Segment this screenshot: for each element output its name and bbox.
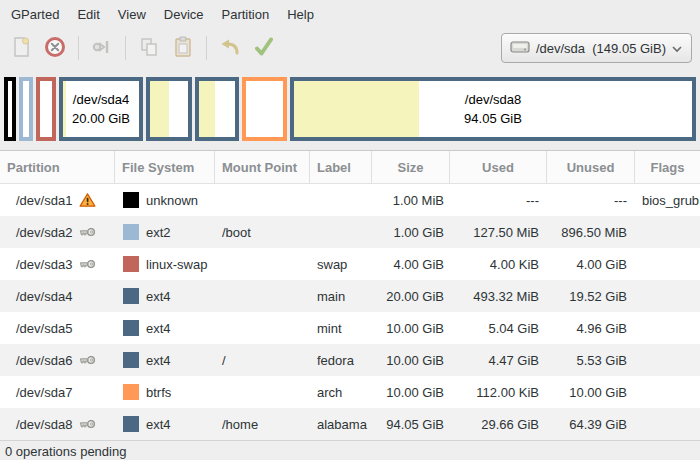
- table-row-sda5[interactable]: /dev/sda5 ext4 mint 10.00 GiB 5.04 GiB 4…: [0, 312, 700, 344]
- used-space-fill: [199, 81, 215, 137]
- delete-partition-icon: [43, 35, 67, 62]
- visual-segment-sda3[interactable]: [36, 77, 56, 141]
- toolbar-separator: [78, 36, 79, 60]
- column-header-partition: Partition: [0, 151, 115, 183]
- column-header-flags: Flags: [635, 151, 700, 183]
- visual-segment-sda5[interactable]: [146, 77, 192, 141]
- key-icon: [79, 416, 96, 433]
- column-header-filesystem: File System: [115, 151, 215, 183]
- unused-value: 4.96 GiB: [547, 321, 635, 336]
- new-partition-button[interactable]: [4, 32, 38, 64]
- paste-icon: [171, 35, 195, 62]
- column-header-mountpoint: Mount Point: [215, 151, 310, 183]
- filesystem-name: btrfs: [146, 385, 171, 400]
- menu-view[interactable]: View: [109, 0, 155, 28]
- table-header: Partition File System Mount Point Label …: [0, 151, 700, 184]
- apply-button[interactable]: [247, 32, 281, 64]
- table-row-sda4[interactable]: /dev/sda4 ext4 main 20.00 GiB 493.32 MiB…: [0, 280, 700, 312]
- column-header-unused: Unused: [547, 151, 635, 183]
- partition-table: Partition File System Mount Point Label …: [0, 150, 700, 440]
- used-value: 29.66 GiB: [450, 417, 547, 432]
- paste-button[interactable]: [166, 32, 200, 64]
- key-icon: [79, 256, 96, 273]
- filesystem-color-chip: [123, 256, 139, 272]
- table-row-sda6[interactable]: /dev/sda6 ext4 / fedora 10.00 GiB 4.47 G…: [0, 344, 700, 376]
- filesystem-color-chip: [123, 288, 139, 304]
- partition-name: /dev/sda7: [16, 385, 72, 400]
- used-value: 127.50 MiB: [450, 225, 547, 240]
- mount-point: /home: [215, 417, 310, 432]
- filesystem-color-chip: [123, 224, 139, 240]
- size-value: 10.00 GiB: [372, 353, 450, 368]
- size-value: 4.00 GiB: [372, 257, 450, 272]
- used-value: 493.32 MiB: [450, 289, 547, 304]
- gparted-window: GParted Edit View Device Partition Help: [0, 0, 700, 460]
- flags-value: bios_grub: [635, 193, 700, 208]
- menu-edit[interactable]: Edit: [68, 0, 108, 28]
- undo-icon: [218, 35, 242, 62]
- filesystem-name: ext2: [146, 225, 171, 240]
- delete-partition-button[interactable]: [38, 32, 72, 64]
- filesystem-color-chip: [123, 352, 139, 368]
- used-value: 4.00 KiB: [450, 257, 547, 272]
- new-partition-icon: [9, 35, 33, 62]
- partition-label: mint: [310, 321, 372, 336]
- size-value: 94.05 GiB: [372, 417, 450, 432]
- partition-name: /dev/sda4: [16, 289, 72, 304]
- copy-button[interactable]: [132, 32, 166, 64]
- partition-name: /dev/sda2: [16, 225, 72, 240]
- table-row-sda3[interactable]: /dev/sda3 linux-swap swap 4.00 GiB 4.00 …: [0, 248, 700, 280]
- toolbar-separator: [206, 36, 207, 60]
- filesystem-color-chip: [123, 384, 139, 400]
- table-row-sda8[interactable]: /dev/sda8 ext4 /home alabama 94.05 GiB 2…: [0, 408, 700, 440]
- size-value: 10.00 GiB: [372, 321, 450, 336]
- filesystem-name: ext4: [146, 417, 171, 432]
- menu-device[interactable]: Device: [155, 0, 213, 28]
- filesystem-name: unknown: [146, 193, 198, 208]
- partition-label: fedora: [310, 353, 372, 368]
- used-value: 5.04 GiB: [450, 321, 547, 336]
- visual-segment-sda7[interactable]: [242, 77, 287, 141]
- partition-name: /dev/sda8: [16, 417, 72, 432]
- undo-button[interactable]: [213, 32, 247, 64]
- menu-help[interactable]: Help: [278, 0, 323, 28]
- visual-segment-sda6[interactable]: [195, 77, 239, 141]
- copy-icon: [137, 35, 161, 62]
- unused-value: 64.39 GiB: [547, 417, 635, 432]
- segment-size: 94.05 GiB: [464, 109, 522, 128]
- mount-point: /boot: [215, 225, 310, 240]
- partition-label: swap: [310, 257, 372, 272]
- partition-visual-bar: /dev/sda4 20.00 GiB /dev/sda8 94.05 GiB: [0, 68, 700, 150]
- menu-partition[interactable]: Partition: [213, 0, 279, 28]
- size-value: 1.00 MiB: [372, 193, 450, 208]
- visual-segment-sda1[interactable]: [4, 77, 16, 141]
- partition-name: /dev/sda5: [16, 321, 72, 336]
- unused-value: 896.50 MiB: [547, 225, 635, 240]
- table-row-sda7[interactable]: /dev/sda7 btrfs arch 10.00 GiB 112.00 Ki…: [0, 376, 700, 408]
- visual-segment-sda2[interactable]: [19, 77, 33, 141]
- unused-value: 19.52 GiB: [547, 289, 635, 304]
- resize-move-button[interactable]: [85, 32, 119, 64]
- segment-device: /dev/sda4: [73, 90, 129, 109]
- table-row-sda2[interactable]: /dev/sda2 ext2 /boot 1.00 GiB 127.50 MiB…: [0, 216, 700, 248]
- unused-value: 4.00 GiB: [547, 257, 635, 272]
- size-value: 1.00 GiB: [372, 225, 450, 240]
- used-value: ---: [450, 193, 547, 208]
- partition-name: /dev/sda1: [16, 193, 72, 208]
- column-header-used: Used: [450, 151, 547, 183]
- device-selector[interactable]: /dev/sda (149.05 GiB): [501, 33, 692, 63]
- hard-disk-icon: [510, 40, 530, 57]
- mount-point: /: [215, 353, 310, 368]
- visual-segment-sda8[interactable]: /dev/sda8 94.05 GiB: [290, 77, 696, 141]
- filesystem-name: ext4: [146, 353, 171, 368]
- filesystem-color-chip: [123, 320, 139, 336]
- unused-value: 5.53 GiB: [547, 353, 635, 368]
- filesystem-color-chip: [123, 416, 139, 432]
- device-selector-value: /dev/sda (149.05 GiB): [536, 41, 666, 56]
- resize-move-icon: [90, 35, 114, 62]
- visual-segment-sda4[interactable]: /dev/sda4 20.00 GiB: [59, 77, 143, 141]
- partition-label: alabama: [310, 417, 372, 432]
- menu-gparted[interactable]: GParted: [2, 0, 68, 28]
- used-value: 112.00 KiB: [450, 385, 547, 400]
- table-row-sda1[interactable]: /dev/sda1 unknown 1.00 MiB --- --- bios_…: [0, 184, 700, 216]
